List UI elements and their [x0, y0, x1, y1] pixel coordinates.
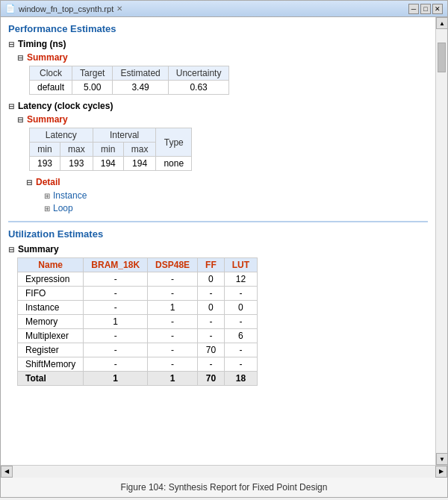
vertical-scrollbar[interactable]: ▲ ▼ [435, 17, 447, 465]
maximize-button[interactable]: □ [420, 4, 431, 14]
loop-expand-icon: ⊞ [44, 204, 50, 213]
detail-header[interactable]: ⊟ Detail [26, 177, 428, 187]
utilization-summary-header[interactable]: ⊟ Summary [8, 244, 428, 254]
detail-items: ⊞ Instance ⊞ Loop [44, 190, 428, 213]
window-controls: ─ □ ✕ [408, 4, 443, 14]
timing-table: Clock Target Estimated Uncertainty defau… [29, 66, 229, 95]
timing-summary-label: Summary [27, 52, 68, 63]
scroll-right-arrow[interactable]: ▶ [435, 466, 447, 478]
interval-group-header: Interval [93, 128, 156, 143]
timing-col-clock: Clock [30, 66, 72, 81]
minimize-button[interactable]: ─ [408, 4, 419, 14]
row-dsp: - [148, 315, 198, 329]
detail-label: Detail [36, 177, 60, 187]
total-ff: 70 [198, 372, 225, 386]
file-icon: 📄 [5, 4, 16, 13]
latency-section: ⊟ Latency (clock cycles) ⊟ Summary Laten… [8, 101, 428, 213]
row-dsp: - [148, 329, 198, 343]
table-row: Multiplexer - - - 6 [18, 329, 258, 343]
row-bram: - [84, 357, 148, 372]
scroll-left-arrow[interactable]: ◀ [1, 466, 13, 478]
interval-min-header: min [93, 143, 123, 157]
row-dsp: - [148, 287, 198, 301]
row-lut: 0 [224, 301, 257, 315]
total-row: Total 1 1 70 18 [18, 372, 258, 386]
utilization-collapse-icon: ⊟ [8, 246, 16, 254]
util-col-bram: BRAM_18K [84, 258, 148, 272]
latency-summary-collapse-icon: ⊟ [17, 116, 25, 124]
interval-max: 194 [123, 157, 156, 171]
content-area: Performance Estimates ⊟ Timing (ns) ⊟ Su… [1, 17, 447, 465]
instance-item[interactable]: ⊞ Instance [44, 190, 428, 201]
loop-item[interactable]: ⊞ Loop [44, 203, 428, 213]
latency-max-header: max [60, 143, 93, 157]
row-bram: 1 [84, 315, 148, 329]
clock-uncertainty: 0.63 [168, 81, 229, 95]
latency-min: 193 [30, 157, 60, 171]
row-bram: - [84, 272, 148, 287]
close-tab-icon[interactable]: ✕ [116, 4, 122, 13]
latency-header[interactable]: ⊟ Latency (clock cycles) [8, 101, 428, 111]
util-col-name: Name [18, 258, 84, 272]
total-label: Total [18, 372, 84, 386]
total-dsp: 1 [148, 372, 198, 386]
timing-collapse-icon: ⊟ [8, 40, 16, 49]
table-row: Memory 1 - - - [18, 315, 258, 329]
row-bram: - [84, 343, 148, 357]
row-lut: - [224, 287, 257, 301]
latency-min-header: min [30, 143, 60, 157]
scroll-thumb[interactable] [438, 43, 446, 72]
table-row: Instance - 1 0 0 [18, 301, 258, 315]
loop-label: Loop [53, 203, 73, 213]
row-lut: - [224, 315, 257, 329]
latency-label: Latency (clock cycles) [18, 101, 113, 111]
table-row: Register - - 70 - [18, 343, 258, 357]
row-name: FIFO [18, 287, 84, 301]
row-name: ShiftMemory [18, 357, 84, 372]
timing-header[interactable]: ⊟ Timing (ns) [8, 39, 428, 49]
performance-title: Performance Estimates [8, 23, 428, 34]
close-button[interactable]: ✕ [432, 4, 443, 14]
total-bram: 1 [84, 372, 148, 386]
utilization-title: Utilization Estimates [8, 228, 428, 240]
row-dsp: - [148, 357, 198, 372]
row-lut: 6 [224, 329, 257, 343]
interval-min: 194 [93, 157, 123, 171]
row-ff: - [198, 357, 225, 372]
row-bram: - [84, 301, 148, 315]
timing-label: Timing (ns) [18, 39, 66, 49]
title-bar-left: 📄 window_fn_top_csynth.rpt ✕ [5, 4, 122, 13]
table-row: ShiftMemory - - - - [18, 357, 258, 372]
horizontal-scrollbar[interactable]: ◀ ▶ [1, 465, 447, 477]
latency-table: Latency Interval Type min max min max [29, 128, 192, 171]
type-header: Type [156, 128, 192, 157]
row-name: Multiplexer [18, 329, 84, 343]
row-bram: - [84, 329, 148, 343]
timing-summary-collapse-icon: ⊟ [17, 54, 25, 62]
timing-col-target: Target [72, 66, 113, 81]
timing-summary-header[interactable]: ⊟ Summary [17, 52, 428, 63]
row-ff: - [198, 287, 225, 301]
row-name: Register [18, 343, 84, 357]
latency-summary-header[interactable]: ⊟ Summary [17, 114, 428, 125]
caption-text: Figure 104: Synthesis Report for Fixed P… [121, 482, 328, 493]
scroll-down-arrow[interactable]: ▼ [436, 453, 448, 465]
timing-col-uncertainty: Uncertainty [168, 66, 229, 81]
latency-type: none [156, 157, 192, 171]
row-dsp: - [148, 272, 198, 287]
figure-caption: Figure 104: Synthesis Report for Fixed P… [1, 477, 447, 497]
row-lut: - [224, 343, 257, 357]
hscroll-track[interactable] [13, 466, 435, 478]
total-lut: 18 [224, 372, 257, 386]
row-lut: 12 [224, 272, 257, 287]
util-col-dsp: DSP48E [148, 258, 198, 272]
row-ff: - [198, 315, 225, 329]
row-ff: - [198, 329, 225, 343]
scroll-track[interactable] [436, 72, 447, 453]
util-col-ff: FF [198, 258, 225, 272]
row-dsp: 1 [148, 301, 198, 315]
row-ff: 70 [198, 343, 225, 357]
row-ff: 0 [198, 301, 225, 315]
scroll-up-arrow[interactable]: ▲ [436, 17, 448, 29]
table-row: FIFO - - - - [18, 287, 258, 301]
